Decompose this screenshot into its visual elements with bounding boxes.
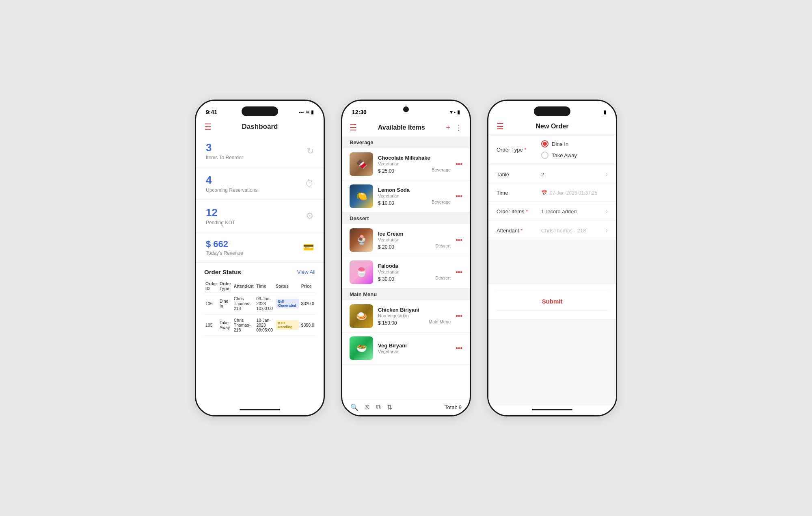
footer-icons: 🔍 ⧖ ⧉ ⇅: [350, 403, 392, 411]
stat-pending-kot-info: 12 Pending KOT: [206, 206, 235, 225]
list-item: 🍛 Chicken Biriyani Non Vegetarian $ 150.…: [342, 300, 470, 332]
veg-image: 🥗: [350, 336, 373, 360]
row2-time: 10-Jan-2023 09:05:00: [255, 314, 274, 336]
neworder-header: ☰ New Order: [488, 119, 616, 134]
milkshake-image: 🍫: [350, 152, 373, 176]
form-row-table: Table 2 ›: [488, 165, 616, 184]
filter-icon[interactable]: ⧖: [365, 403, 369, 411]
status-icons-2: ▼▪ ▮: [449, 109, 460, 115]
order-type-required: *: [524, 147, 526, 153]
falooda-more-icon[interactable]: •••: [456, 269, 462, 276]
table-value: 2: [541, 171, 606, 178]
view-all-link[interactable]: View All: [297, 269, 315, 275]
chicken-bottom: $ 150.00 Main Menu: [378, 318, 451, 326]
calendar-icon: 📅: [541, 190, 547, 196]
items-header-actions: + ⋮: [446, 123, 462, 132]
form-row-attendant: Attendant * ChrisThomas - 218 ›: [488, 221, 616, 240]
row1-price: $320.0: [300, 293, 315, 314]
lemon-image: 🍋: [350, 184, 373, 208]
submit-button[interactable]: Submit: [497, 292, 608, 311]
row1-status: Bill Generated: [274, 293, 300, 314]
menu-icon-1[interactable]: ☰: [204, 122, 212, 132]
stat-items-reorder-number: 3: [206, 141, 243, 154]
order-status-section: Order Status View All Order ID Order Typ…: [196, 263, 324, 339]
radio-inner-dine-in: [543, 142, 547, 146]
stat-reservations-info: 4 Upcoming Reservations: [206, 174, 257, 193]
table-row: 106 Dine In Chris Thomas-218 09-Jan-2023…: [204, 293, 315, 314]
lemon-category: Beverage: [432, 199, 451, 204]
stat-items-reorder: 3 Items To Reorder ↻: [196, 135, 324, 167]
form-row-time: Time 📅 07-Jan-2023 01:37:25: [488, 184, 616, 202]
reorder-icon: ↻: [307, 146, 314, 156]
table-label: Table: [497, 171, 541, 178]
order-items-chevron-icon[interactable]: ›: [606, 208, 608, 215]
battery-icon-2: ▮: [457, 109, 460, 115]
lemon-name: Lemon Soda: [378, 187, 451, 193]
milkshake-type: Vegetarian: [378, 161, 451, 166]
icecream-name: Ice Cream: [378, 231, 451, 237]
chicken-image: 🍛: [350, 304, 373, 328]
home-indicator-3: [532, 409, 572, 410]
lemon-more-icon[interactable]: •••: [456, 193, 462, 200]
radio-take-away[interactable]: Take Away: [541, 152, 608, 159]
order-items-label: Order Items *: [497, 208, 541, 215]
falooda-info: Falooda Vegetarian $ 30.00 Dessert: [378, 263, 451, 282]
icecream-category: Dessert: [435, 243, 451, 248]
menu-icon-2[interactable]: ☰: [350, 123, 357, 132]
order-status-header: Order Status View All: [204, 269, 315, 275]
attendant-chevron-icon[interactable]: ›: [606, 227, 608, 234]
pending-kot-icon: ⚙: [306, 211, 314, 221]
table-row: 105 Take Away Chris Thomas-218 10-Jan-20…: [204, 314, 315, 336]
add-item-icon[interactable]: +: [446, 124, 450, 132]
status-time-1: 9:41: [206, 109, 217, 115]
milkshake-price: $ 25.00: [378, 168, 394, 174]
milkshake-bottom: $ 25.00 Beverage: [378, 166, 451, 174]
icecream-more-icon[interactable]: •••: [456, 236, 462, 244]
section-dessert: Dessert: [342, 212, 470, 224]
stat-revenue-number: $ 662: [206, 239, 243, 249]
falooda-category: Dessert: [435, 275, 451, 280]
dine-in-label: Dine In: [552, 141, 568, 147]
radio-group: Dine In Take Away: [541, 140, 608, 159]
sort-icon[interactable]: ⇅: [387, 403, 392, 411]
dashboard-title: Dashboard: [242, 123, 278, 131]
col-order-id: Order ID: [204, 280, 218, 293]
order-items-required: *: [526, 208, 528, 215]
stat-revenue: $ 662 Today's Revenue 💳: [196, 232, 324, 263]
radio-dine-in[interactable]: Dine In: [541, 140, 608, 147]
menu-icon-3[interactable]: ☰: [497, 121, 504, 131]
milkshake-name: Chocolate Milkshake: [378, 155, 451, 161]
veg-info: Veg Biryani Vegetarian: [378, 343, 451, 354]
copy-icon[interactable]: ⧉: [376, 403, 380, 411]
time-value: 📅 07-Jan-2023 01:37:25: [541, 190, 597, 196]
falooda-image: 🍧: [350, 260, 373, 284]
radio-dot-take-away: [541, 152, 549, 159]
stat-pending-kot-label: Pending KOT: [206, 220, 235, 225]
section-beverage: Beverage: [342, 137, 470, 148]
search-icon[interactable]: 🔍: [350, 403, 358, 411]
attendant-value: ChrisThomas - 218: [541, 228, 606, 234]
wifi-icon: ≋: [305, 109, 309, 115]
stat-reservations-number: 4: [206, 174, 257, 186]
more-options-icon[interactable]: ⋮: [455, 123, 462, 132]
total-count: Total: 9: [445, 404, 462, 410]
falooda-bottom: $ 30.00 Dessert: [378, 274, 451, 282]
take-away-label: Take Away: [552, 152, 577, 158]
status-badge-kot: KOT Pending: [276, 320, 299, 330]
dashboard-header: ☰ Dashboard: [196, 119, 324, 135]
table-chevron-icon[interactable]: ›: [606, 171, 608, 178]
stat-revenue-info: $ 662 Today's Revenue: [206, 239, 243, 256]
col-time: Time: [255, 280, 274, 293]
list-item: 🍋 Lemon Soda Vegetarian $ 10.00 Beverage…: [342, 180, 470, 212]
veg-more-icon[interactable]: •••: [456, 345, 462, 352]
radio-dot-dine-in: [541, 140, 549, 147]
status-icons-1: ▪▪▪ ≋ ▮: [298, 109, 314, 115]
phones-container: 9:41 ▪▪▪ ≋ ▮ ☰ Dashboard 3 Items To Reor…: [195, 100, 617, 416]
new-order-title: New Order: [536, 123, 569, 130]
section-main-menu: Main Menu: [342, 288, 470, 300]
icecream-price: $ 20.00: [378, 244, 394, 250]
lemon-type: Vegetarian: [378, 193, 451, 198]
milkshake-more-icon[interactable]: •••: [456, 160, 462, 168]
chicken-more-icon[interactable]: •••: [456, 312, 462, 320]
attendant-required: *: [520, 228, 523, 234]
